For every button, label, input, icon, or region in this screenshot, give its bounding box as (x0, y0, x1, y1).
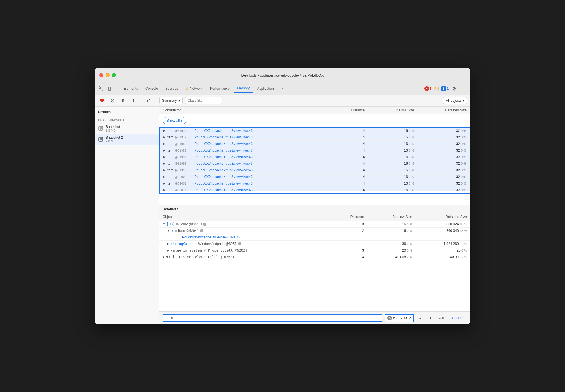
table-row[interactable]: ▶ Item @61983 PoLdb0X?nocache=true&view=… (159, 140, 470, 147)
expand-arrow[interactable]: ▶ (167, 249, 170, 252)
summary-dropdown[interactable]: Summary ▾ (159, 97, 183, 104)
show-all-button[interactable]: Show all 3 (163, 117, 186, 124)
table-row[interactable]: ▶ Item @62007 PoLdb0X?nocache=true&view=… (159, 180, 470, 187)
stop-button[interactable]: ⊘ (108, 97, 116, 105)
snapshot-2-info: Snapshot 2 2.0 MB (106, 136, 123, 143)
snapshot-icon-2 (98, 137, 103, 142)
retainer-row[interactable]: ▶ value in system / PropertyCell @62039 … (159, 247, 470, 254)
all-objects-dropdown[interactable]: All objects ▾ (443, 97, 467, 104)
table-row[interactable]: ▶ Item @62003 PoLdb0X?nocache=true&view=… (159, 173, 470, 180)
expand-arrow[interactable]: ▶ (163, 142, 165, 145)
constructor-link[interactable]: PoLdb0X?nocache=true&view=live:43 (194, 181, 253, 185)
tab-right-icons: ✕ 5 ⚠ 6 ℹ 1 ⚙ ⋮ (424, 85, 468, 93)
distance-cell: 4 (330, 127, 368, 134)
tabbar: Elements Console Sources ⚠ Network Perfo… (95, 83, 470, 95)
tab-elements[interactable]: Elements (120, 85, 141, 92)
constructor-link[interactable]: PoLdb0X?nocache=true&view=live:43 (194, 155, 253, 159)
main-content: Profiles HEAP SNAPSHOTS Snapshot 1 1.3 M… (95, 107, 470, 324)
minimize-button[interactable] (106, 73, 110, 77)
table-row[interactable]: ▶ Item @61995 PoLdb0X?nocache=true&view=… (159, 160, 470, 167)
search-next-button[interactable]: ▼ (426, 314, 435, 322)
expand-arrow[interactable]: ▼ (163, 222, 165, 226)
expand-arrow[interactable]: ▶ (163, 188, 165, 191)
download-button[interactable]: ⬇ (129, 97, 137, 105)
constructor-table-body: Show all 3 ▶ Item @61971 (159, 114, 470, 193)
table-row[interactable]: ▶ Item @61999 PoLdb0X?nocache=true&view=… (159, 167, 470, 173)
heap-snapshots-title: HEAP SNAPSHOTS (95, 116, 159, 123)
constructor-link[interactable]: PoLdb0X?nocache=true&view=live:43 (194, 175, 253, 179)
table-row[interactable]: ▶ Item @61979 PoLdb0X?nocache=true&view=… (159, 134, 470, 140)
constructor-table: Constructor Distance Shallow Size Retain… (159, 107, 470, 194)
upload-button[interactable]: ⬆ (119, 97, 127, 105)
snapshot-1-item[interactable]: Snapshot 1 1.3 MB (95, 123, 159, 134)
more-menu-button[interactable]: ⋮ (460, 85, 468, 93)
constructor-cell: ▶ Item @61999 PoLdb0X?nocache=true&view=… (163, 168, 327, 172)
table-row[interactable]: ▶ Item @61987 PoLdb0X?nocache=true&view=… (159, 147, 470, 154)
maximize-button[interactable] (112, 73, 116, 77)
constructor-link[interactable]: PoLdb0X?nocache=true&view=live:43 (194, 188, 253, 192)
constructor-link[interactable]: PoLdb0X?nocache=true&view=live:43 (194, 162, 253, 166)
retainers-table-container[interactable]: Object Distance Shallow Size Retained Si… (159, 213, 470, 311)
retainer-row[interactable]: ▼ [93] in Array @82719 3 16 0 % 360 024 … (159, 221, 470, 227)
retainer-row[interactable]: ▶ stringCache in Window / cdpn.io @6257 … (159, 240, 470, 247)
search-cancel-button[interactable]: Cancel (449, 315, 467, 321)
retainer-row[interactable]: ▶ 93 in (object elements)[] @102681 4 40… (159, 254, 470, 260)
settings-button[interactable]: ⚙ (450, 85, 458, 93)
close-button[interactable] (99, 73, 103, 77)
all-objects-arrow: ▾ (463, 99, 464, 103)
toolbar-separator-2 (156, 97, 156, 104)
tab-application[interactable]: Application (254, 85, 277, 92)
tab-more[interactable]: » (278, 85, 287, 92)
expand-arrow[interactable]: ▶ (163, 155, 165, 158)
search-clear-button[interactable]: ✕ (387, 316, 392, 320)
constructor-table-container[interactable]: Constructor Distance Shallow Size Retain… (159, 107, 470, 205)
retainers-table: Object Distance Shallow Size Retained Si… (159, 213, 470, 260)
expand-arrow[interactable]: ▶ (163, 175, 165, 178)
expand-arrow[interactable]: ▶ (163, 255, 165, 258)
clear-button[interactable]: 🗑 (144, 97, 152, 105)
search-prev-button[interactable]: ▲ (416, 314, 424, 322)
constructor-link[interactable]: PoLdb0X?nocache=true&view=live:43 (194, 168, 253, 172)
constructor-link[interactable]: PoLdb0X?nocache=true&view=live:43 (194, 135, 253, 139)
constructor-link[interactable]: PoLdb0X?nocache=true&view=live:43 (194, 148, 253, 152)
expand-arrow[interactable]: ▶ (163, 168, 165, 172)
match-case-button[interactable]: Aa (437, 315, 446, 321)
traffic-lights (99, 73, 116, 77)
tab-console[interactable]: Console (142, 85, 161, 92)
constructor-link[interactable]: PoLdb0X?nocache=true&view=live:43 (194, 129, 253, 133)
expand-arrow[interactable]: ▼ (167, 229, 170, 232)
constructor-cell: ▶ Item @61995 PoLdb0X?nocache=true&view=… (163, 162, 327, 166)
th-ret-distance: Distance (330, 213, 367, 221)
profiles-title: Profiles (95, 110, 159, 116)
expand-arrow[interactable]: ▶ (163, 162, 165, 165)
tab-performance[interactable]: Performance (206, 85, 233, 92)
inspect-mode-button[interactable] (97, 85, 105, 93)
tab-network[interactable]: ⚠ Network (182, 85, 206, 92)
search-bar: ✕ 6 of 20012 ▲ ▼ Aa Cancel (159, 311, 470, 324)
constructor-link[interactable]: PoLdb0X?nocache=true&view=live:43 (194, 142, 253, 146)
table-row[interactable]: ▶ Item @62011 PoLdb0X?nocache=true&view=… (159, 187, 470, 193)
th-ret-shallow: Shallow Size (367, 213, 416, 221)
search-input-wrapper[interactable] (163, 314, 382, 322)
expand-arrow[interactable]: ▶ (167, 242, 170, 245)
expand-arrow[interactable]: ▶ (163, 129, 165, 132)
snapshot-1-info: Snapshot 1 1.3 MB (106, 125, 123, 132)
search-result-badge: ✕ 6 of 20012 (385, 314, 414, 322)
expand-arrow[interactable]: ▶ (163, 149, 165, 152)
table-row[interactable]: ▶ Item @61991 PoLdb0X?nocache=true&view=… (159, 154, 470, 160)
search-input[interactable] (165, 316, 379, 320)
class-filter-input[interactable] (185, 97, 222, 104)
devtools-window: DevTools - codepen.io/web-dot-dev/live/P… (95, 68, 470, 324)
retainer-link[interactable]: PoLdb0X?nocache=true&view=live:43 (182, 235, 240, 239)
memory-toolbar: ⏺ ⊘ ⬆ ⬇ 🗑 Summary ▾ All objects ▾ (95, 95, 470, 107)
retainer-row[interactable]: ▼ x in Item @62041 2 16 0 % 360 040 18 % (159, 227, 470, 234)
snapshot-icon-1 (98, 126, 103, 131)
tab-sources[interactable]: Sources (162, 85, 182, 92)
table-row[interactable]: ▶ Item @61971 PoLdb0X?nocache=true&view=… (159, 127, 470, 134)
device-toggle-button[interactable] (106, 85, 114, 93)
expand-arrow[interactable]: ▶ (163, 136, 165, 139)
snapshot-2-item[interactable]: Snapshot 2 2.0 MB (95, 134, 159, 145)
record-button[interactable]: ⏺ (98, 97, 106, 105)
expand-arrow[interactable]: ▶ (163, 182, 165, 185)
tab-memory[interactable]: Memory (234, 85, 253, 93)
